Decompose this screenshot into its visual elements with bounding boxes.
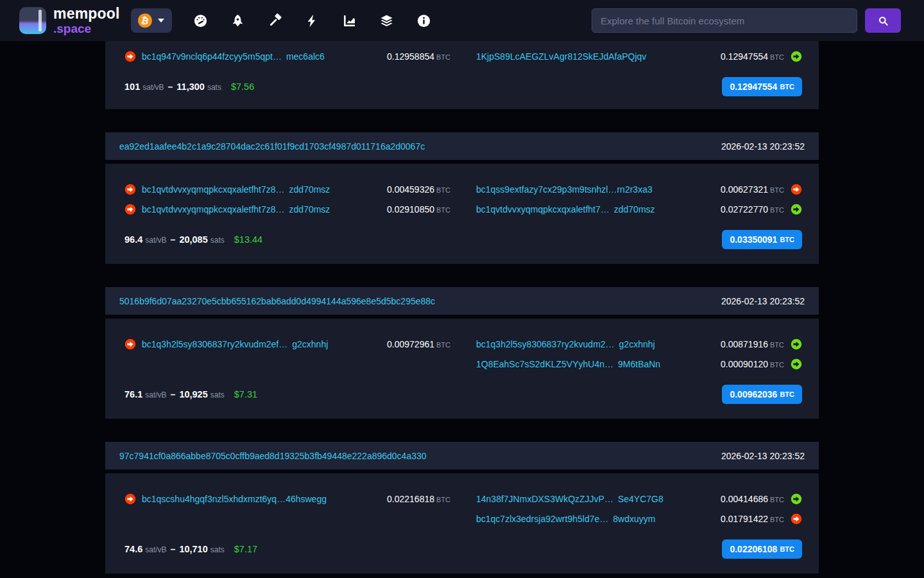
transaction-card: 5016b9f6d07aa23270e5cbb655162bab6add0d49… — [105, 287, 819, 419]
input-cell: bc1qscshu4hgqf3nzl5xhdxmzt6yq…46hswegg0.… — [124, 493, 450, 505]
transaction-footer: 76.1sat/vB–10,925sats$7.310.00962036BTC — [124, 385, 802, 404]
output-amount-value: 0.02722770 — [721, 204, 768, 215]
search-icon — [877, 15, 889, 27]
transaction-footer: 74.6sat/vB–10,710sats$7.170.02206108BTC — [124, 539, 802, 559]
nav-item-accelerator[interactable] — [230, 13, 245, 28]
total-amount-value: 0.00962036 — [730, 389, 777, 399]
io-row: bc1q3h2l5sy8306837ry2kvudm2ef…g2cxhnhj0.… — [124, 334, 802, 354]
output-address-link[interactable]: 1KjpS89LcAEGZLvAgr812SkEJdAfaPQjqv — [476, 51, 646, 62]
output-cell: bc1q3h2l5sy8306837ry2kvudm2…g2cxhnhj0.00… — [476, 338, 802, 350]
fee-rate-unit: sat/vB — [145, 390, 166, 399]
input-amount: 0.00972961BTC — [379, 339, 450, 349]
nav-item-dashboard[interactable] — [193, 13, 208, 28]
total-amount-button[interactable]: 0.02206108BTC — [722, 539, 802, 559]
input-amount-value: 0.02910850 — [387, 204, 434, 215]
output-address-link[interactable]: bc1qss9extfazy7cx29p3m9tsnhzl…rn2r3xa3 — [476, 184, 653, 195]
btc-unit-label: BTC — [770, 206, 784, 214]
input-amount-value: 0.00972961 — [387, 339, 434, 349]
nav-item-blocks[interactable] — [379, 13, 394, 28]
output-address-tail[interactable]: 8wdxuyym — [613, 514, 655, 524]
fee-info: 74.6sat/vB–10,710sats$7.17 — [124, 544, 257, 554]
output-arrow-red-icon — [791, 184, 802, 195]
tx-timestamp: 2026-02-13 20:23:52 — [721, 296, 805, 306]
input-address-link[interactable]: bc1q3h2l5sy8306837ry2kvudm2ef… — [142, 339, 287, 349]
input-arrow-icon — [124, 51, 136, 62]
nav-item-lightning[interactable] — [305, 13, 320, 28]
logo-bar — [38, 10, 42, 31]
network-selector-button[interactable]: ₿ — [131, 8, 172, 33]
fee-separator: – — [168, 82, 173, 92]
transaction-card: bc1q947v9nclq6p44fzcyy5m5qpt…mec6alc60.1… — [105, 41, 819, 109]
input-address-link[interactable]: bc1q947v9nclq6p44fzcyy5m5qpt… — [142, 51, 282, 62]
input-address-tail[interactable]: g2cxhnhj — [292, 339, 328, 349]
fee-rate-value: 74.6 — [124, 544, 142, 554]
input-amount-value: 0.02216818 — [387, 494, 434, 504]
nav-item-statistics[interactable] — [342, 13, 357, 28]
search-input[interactable] — [592, 8, 857, 33]
output-arrow-green-icon — [791, 51, 802, 62]
fee-usd-value: $13.44 — [234, 234, 262, 245]
btc-unit-label: BTC — [770, 516, 784, 523]
mempool-logo-icon — [19, 7, 46, 34]
output-amount: 0.02722770BTC — [713, 204, 784, 215]
transaction-card: ea92ed1aafee4b2c1a9c28704dac2c61f01f9cd1… — [105, 132, 819, 264]
input-amount: 0.02910850BTC — [379, 204, 450, 215]
output-amount-value: 0.00090120 — [721, 359, 768, 369]
btc-unit-label: BTC — [770, 186, 784, 194]
output-amount: 0.01791422BTC — [713, 514, 784, 524]
fee-separator: – — [171, 234, 176, 245]
output-address-link[interactable]: bc1q3h2l5sy8306837ry2kvudm2… — [476, 339, 615, 349]
btc-unit-label: BTC — [780, 83, 794, 91]
output-address-tail[interactable]: Se4YC7G8 — [618, 494, 663, 504]
fee-rate-unit: sat/vB — [142, 83, 164, 92]
lightning-bolt-icon — [305, 13, 320, 28]
output-address-link[interactable]: 1Q8EahSc7sS2dKLZ5VYyhU4n… — [476, 359, 613, 369]
input-arrow-icon — [124, 184, 136, 195]
io-row: bc1qc7zlx3edrsja92wrt9h5ld7e…8wdxuyym0.0… — [124, 509, 802, 529]
mempool-logo-link[interactable]: mempool .space — [19, 6, 120, 35]
input-address-link[interactable]: bc1qvtdvvxyqmqpkcxqxaletfht7z8… — [142, 184, 285, 195]
transaction-header: 5016b9f6d07aa23270e5cbb655162bab6add0d49… — [105, 287, 819, 315]
input-amount-value: 0.12958854 — [387, 51, 434, 62]
output-cell: 14n38f7JNmxDXS3WkQzZJJvP…Se4YC7G80.00414… — [476, 493, 802, 505]
txid-link[interactable]: ea92ed1aafee4b2c1a9c28704dac2c61f01f9cd1… — [119, 141, 425, 152]
output-address-tail[interactable]: g2cxhnhj — [619, 339, 655, 349]
input-address-tail[interactable]: mec6alc6 — [286, 51, 325, 62]
input-amount: 0.00459326BTC — [379, 184, 450, 195]
output-amount-value: 0.00871916 — [721, 339, 768, 349]
output-amount-value: 0.01791422 — [721, 514, 768, 524]
output-amount: 0.00871916BTC — [713, 339, 784, 349]
total-amount-button[interactable]: 0.12947554BTC — [722, 77, 802, 96]
bitcoin-icon: ₿ — [137, 12, 154, 30]
output-amount: 0.00090120BTC — [713, 359, 784, 369]
input-address-link[interactable]: bc1qvtdvvxyqmqpkcxqxaletfht7z8… — [142, 204, 285, 215]
io-row: bc1qvtdvvxyqmqpkcxqxaletfht7z8…zdd70msz0… — [124, 199, 802, 219]
nav-item-mining[interactable] — [268, 13, 282, 28]
nav-item-docs[interactable] — [416, 13, 431, 28]
total-amount-button[interactable]: 0.00962036BTC — [722, 385, 802, 404]
txid-link[interactable]: 5016b9f6d07aa23270e5cbb655162bab6add0d49… — [119, 296, 435, 306]
fee-sats-value: 10,710 — [179, 544, 207, 554]
output-address-link[interactable]: 14n38f7JNmxDXS3WkQzZJJvP… — [476, 494, 613, 504]
output-address-tail[interactable]: zdd70msz — [614, 204, 655, 215]
info-icon — [416, 13, 431, 28]
search-button[interactable] — [865, 8, 901, 33]
output-address-tail[interactable]: 9M6tBaNn — [618, 359, 660, 369]
btc-unit-label: BTC — [770, 496, 784, 504]
input-address-link[interactable]: bc1qscshu4hgqf3nzl5xhdxmzt6yq…46hswegg — [142, 494, 327, 504]
output-amount-value: 0.00414686 — [721, 494, 768, 504]
output-address-link[interactable]: bc1qvtdvvxyqmqpkcxqxaletfht7… — [476, 204, 610, 215]
transaction-card: 97c7941cf0a866abbe8705c0cffb9aed8d19325b… — [105, 442, 819, 574]
txid-link[interactable]: 97c7941cf0a866abbe8705c0cffb9aed8d19325b… — [119, 451, 427, 461]
input-address-tail[interactable]: zdd70msz — [289, 184, 330, 195]
input-amount: 0.12958854BTC — [379, 51, 450, 62]
output-address-link[interactable]: bc1qc7zlx3edrsja92wrt9h5ld7e… — [476, 514, 608, 524]
io-row: bc1q947v9nclq6p44fzcyy5m5qpt…mec6alc60.1… — [124, 46, 802, 66]
fee-separator: – — [171, 389, 176, 399]
io-row: bc1qscshu4hgqf3nzl5xhdxmzt6yq…46hswegg0.… — [124, 489, 802, 509]
total-amount-button[interactable]: 0.03350091BTC — [722, 230, 802, 249]
output-amount-value: 0.12947554 — [721, 51, 768, 62]
fee-sats-value: 20,085 — [179, 234, 207, 245]
fee-sats-unit: sats — [207, 83, 221, 92]
input-address-tail[interactable]: zdd70msz — [289, 204, 330, 215]
